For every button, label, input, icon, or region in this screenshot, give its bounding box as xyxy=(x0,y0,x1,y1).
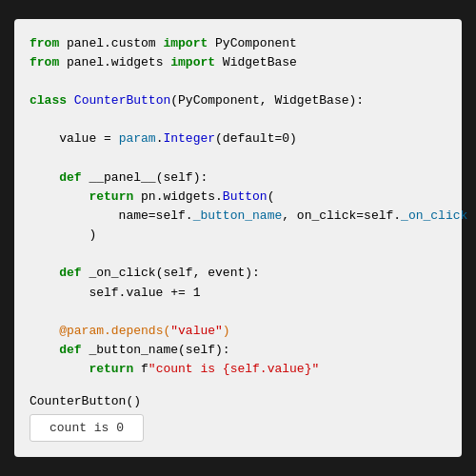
string-value: "value" xyxy=(170,324,223,338)
keyword-class: class xyxy=(30,93,67,108)
code-text: panel.widgets xyxy=(59,55,170,69)
code-text: (PyComponent, WidgetBase): xyxy=(170,93,364,108)
code-line-12 xyxy=(30,245,446,264)
keyword-import-1: import xyxy=(163,36,208,50)
code-block: from panel.custom import PyComponent fro… xyxy=(30,34,446,380)
output-section: CounterButton() count is 0 xyxy=(30,394,446,442)
method-param: param xyxy=(119,131,156,146)
code-line-1: from panel.custom import PyComponent xyxy=(30,34,446,53)
code-line-2: from panel.widgets import WidgetBase xyxy=(30,53,446,72)
decorator-param-depends: @param.depends( xyxy=(59,324,170,338)
keyword-def-1: def xyxy=(59,170,81,185)
keyword-def-2: def xyxy=(59,266,81,280)
code-line-4: class CounterButton(PyComponent, WidgetB… xyxy=(30,91,446,110)
keyword-return-2: return xyxy=(89,362,133,376)
code-text: panel.custom xyxy=(59,36,163,50)
code-text: self.value += 1 xyxy=(30,286,200,300)
class-integer: Integer xyxy=(163,131,215,146)
code-line-14: self.value += 1 xyxy=(30,284,446,303)
code-line-17: def _button_name(self): xyxy=(30,341,446,360)
code-line-9: return pn.widgets.Button( xyxy=(30,188,446,207)
code-text: ( xyxy=(268,189,275,204)
keyword-import-2: import xyxy=(170,55,215,69)
string-fstring: "count is {self.value}" xyxy=(149,362,319,376)
code-text xyxy=(30,266,59,280)
count-button[interactable]: count is 0 xyxy=(30,414,144,442)
code-text xyxy=(30,324,59,338)
keyword-from-1: from xyxy=(30,36,59,50)
method-button-name: _button_name xyxy=(193,208,283,223)
code-text: ) xyxy=(30,228,96,242)
code-text: WidgetBase xyxy=(215,55,297,69)
code-line-7 xyxy=(30,149,446,169)
code-line-11: ) xyxy=(30,226,446,245)
code-line-15 xyxy=(30,303,446,322)
code-text: pn.widgets. xyxy=(133,189,223,204)
code-line-16: @param.depends("value") xyxy=(30,322,446,341)
code-text xyxy=(30,189,89,204)
code-text: _button_name(self): xyxy=(82,343,230,357)
keyword-return-1: return xyxy=(89,189,133,204)
code-line-6: value = param.Integer(default=0) xyxy=(30,129,446,149)
code-text xyxy=(30,343,59,357)
code-text xyxy=(30,170,59,185)
code-text: __panel__(self): xyxy=(82,170,208,185)
code-line-8: def __panel__(self): xyxy=(30,169,446,188)
code-line-10: name=self._button_name, on_click=self._o… xyxy=(30,207,446,226)
code-line-5 xyxy=(30,110,446,129)
code-text: , on_click=self. xyxy=(282,208,401,223)
code-text: PyComponent xyxy=(208,36,297,50)
class-name-counterbutton: CounterButton xyxy=(74,93,170,108)
decorator-close: ) xyxy=(223,324,230,338)
code-text: value = xyxy=(30,131,119,146)
code-line-3 xyxy=(30,72,446,91)
code-line-13: def _on_click(self, event): xyxy=(30,264,446,283)
code-text xyxy=(30,362,89,376)
method-on-click: _on_click xyxy=(401,208,467,223)
keyword-def-3: def xyxy=(59,343,81,357)
constructor-call-label: CounterButton() xyxy=(30,394,446,408)
code-text: f xyxy=(133,362,149,376)
code-line-18: return f"count is {self.value}" xyxy=(30,360,446,379)
code-text: _on_click(self, event): xyxy=(82,266,260,280)
code-text xyxy=(67,93,74,108)
class-button: Button xyxy=(223,189,268,204)
code-text: (default=0) xyxy=(215,131,297,146)
main-container: from panel.custom import PyComponent fro… xyxy=(14,19,462,458)
keyword-from-2: from xyxy=(30,55,59,69)
code-text: name=self. xyxy=(30,208,193,223)
